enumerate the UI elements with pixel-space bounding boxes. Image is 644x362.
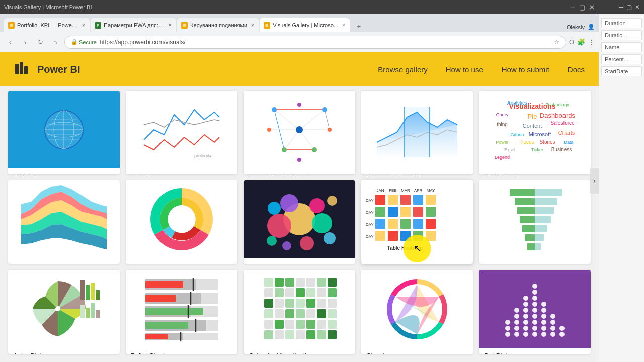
card-wordcloud[interactable]: Visualizations Analytics Technology Quer… <box>479 90 591 174</box>
svg-point-195 <box>514 332 519 337</box>
svg-point-198 <box>514 314 519 319</box>
svg-point-25 <box>296 126 303 133</box>
svg-rect-161 <box>306 288 315 297</box>
svg-point-121 <box>55 306 60 311</box>
card-timeslicer[interactable]: Advanced Time Slicer <box>361 90 473 174</box>
tab-close-3[interactable]: ✕ <box>251 23 255 28</box>
menu-btn[interactable]: ⋮ <box>588 38 595 46</box>
svg-point-204 <box>523 308 528 313</box>
address-bar[interactable]: 🔒 Secure https://app.powerbi.com/visuals… <box>64 36 566 49</box>
card-sunburst[interactable]: Sunburst <box>126 180 237 264</box>
opera-icon[interactable]: O <box>569 38 574 46</box>
nav-docs[interactable]: Docs <box>568 65 585 74</box>
svg-rect-114 <box>535 189 562 196</box>
expand-panel-btn[interactable]: › <box>590 168 599 194</box>
panel-close-btn[interactable]: ✕ <box>635 4 640 11</box>
card-image-chord <box>361 270 473 348</box>
window-title: Visuals Gallery | Microsoft Power BI <box>4 4 92 10</box>
tab-portfolio[interactable]: ▦ Portfolio_KPI — Power BI ✕ <box>4 18 90 32</box>
svg-rect-189 <box>306 330 315 339</box>
svg-rect-109 <box>517 207 535 214</box>
tab-close-1[interactable]: ✕ <box>82 23 86 28</box>
svg-point-199 <box>514 308 519 313</box>
svg-rect-160 <box>296 288 305 297</box>
svg-point-27 <box>322 107 327 112</box>
svg-point-225 <box>550 314 555 319</box>
svg-line-16 <box>299 110 325 130</box>
svg-point-220 <box>541 308 546 313</box>
card-force[interactable]: Force-Directed Graph <box>244 90 355 174</box>
svg-point-194 <box>505 320 510 325</box>
nav-browse[interactable]: Browse gallery <box>378 65 427 74</box>
new-tab-btn[interactable]: + <box>353 20 365 32</box>
svg-text:Technology: Technology <box>546 102 569 107</box>
svg-point-68 <box>280 194 298 212</box>
svg-rect-126 <box>80 305 85 318</box>
home-btn[interactable]: ⌂ <box>49 36 61 48</box>
card-label-asterplot: Aster Plot <box>8 348 120 354</box>
user-icon[interactable]: 👤 <box>588 24 595 30</box>
svg-point-210 <box>532 314 537 319</box>
gallery-grid: GlobeMap prologika Sparkline <box>0 86 599 362</box>
card-tornado[interactable]: Tornado <box>479 180 591 264</box>
svg-rect-181 <box>296 320 305 329</box>
card-globemap[interactable]: GlobeMap <box>8 90 120 174</box>
panel-item-startdate[interactable]: StartDate <box>601 66 642 76</box>
card-bullet[interactable]: Bullet Chart <box>126 270 237 354</box>
app-header: Power BI Browse gallery How to use How t… <box>0 52 599 86</box>
logo-text: Power BI <box>37 64 80 75</box>
card-label-chord: Chord <box>361 348 473 354</box>
close-btn[interactable]: ✕ <box>589 4 595 11</box>
forward-btn[interactable]: › <box>19 36 31 48</box>
svg-rect-154 <box>306 278 315 287</box>
refresh-btn[interactable]: ↻ <box>34 36 46 48</box>
panel-min-btn[interactable]: ─ <box>619 4 623 11</box>
restore-btn[interactable]: ▢ <box>579 4 585 11</box>
svg-point-203 <box>523 314 528 319</box>
svg-point-71 <box>324 232 336 244</box>
svg-rect-182 <box>306 320 315 329</box>
card-bubble[interactable]: Bubble <box>244 180 355 264</box>
back-btn[interactable]: ‹ <box>4 36 16 48</box>
card-stream[interactable]: Stream Graph <box>8 180 120 264</box>
card-calendar[interactable]: Calendar Visualization <box>244 270 355 354</box>
card-image-bubble <box>244 180 355 258</box>
panel-max-btn[interactable]: ▢ <box>626 4 632 11</box>
tab-close-2[interactable]: ✕ <box>168 23 172 28</box>
svg-rect-100 <box>375 231 385 241</box>
tab-visuals[interactable]: ▦ Visuals Gallery | Microso... ✕ <box>260 18 350 32</box>
svg-rect-152 <box>285 278 294 287</box>
panel-item-duration1[interactable]: Duration <box>601 18 642 28</box>
svg-rect-175 <box>306 309 315 318</box>
svg-point-70 <box>268 202 281 215</box>
card-label-dotplot: Dot Plot <box>479 348 591 354</box>
tab-icon-1: ▦ <box>8 22 15 29</box>
card-chord[interactable]: Chord <box>361 270 473 354</box>
svg-point-218 <box>541 320 546 325</box>
svg-rect-151 <box>275 278 284 287</box>
tab-keruv[interactable]: ▦ Керування поданнями ✕ <box>177 18 259 32</box>
tab-params[interactable]: P Параметри PWA для: hi... ✕ <box>91 18 176 32</box>
panel-item-duration2[interactable]: Duratio... <box>601 30 642 40</box>
svg-point-73 <box>327 196 337 206</box>
svg-point-64 <box>171 208 193 230</box>
card-sparkline[interactable]: prologika Sparkline <box>126 90 237 174</box>
svg-text:Stories: Stories <box>539 139 555 145</box>
card-asterplot[interactable]: Aster Plot <box>8 270 120 354</box>
svg-point-29 <box>312 147 317 152</box>
svg-point-28 <box>282 147 287 152</box>
svg-rect-153 <box>296 278 305 287</box>
extensions-icon[interactable]: 🧩 <box>577 38 585 46</box>
bookmark-btn[interactable]: ☆ <box>554 39 559 45</box>
nav-how-to-use[interactable]: How to use <box>446 65 484 74</box>
card-dotplot[interactable]: Dot Plot <box>479 270 591 354</box>
svg-text:prologika: prologika <box>194 153 213 158</box>
panel-items: Duration Duratio... Name Percent... Star… <box>599 14 644 80</box>
panel-item-name[interactable]: Name <box>601 42 642 52</box>
tab-close-4[interactable]: ✕ <box>342 23 346 28</box>
minimize-btn[interactable]: ─ <box>571 4 575 11</box>
panel-item-percent[interactable]: Percent... <box>601 54 642 64</box>
nav-how-to-submit[interactable]: How to submit <box>502 65 549 74</box>
card-tableheatmap[interactable]: JAN FEB MAR APR MAY DAY 1 DAY 2 DAY 3 DA… <box>361 180 473 264</box>
svg-rect-156 <box>328 278 337 287</box>
